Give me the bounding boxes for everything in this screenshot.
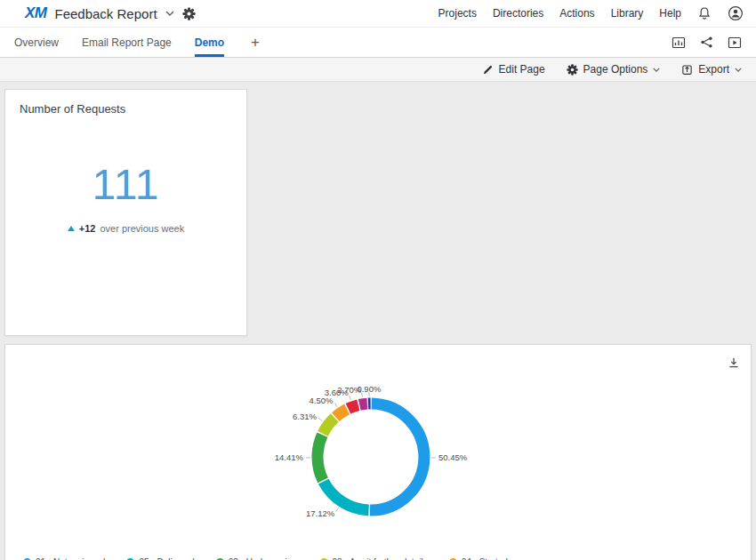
edit-page-label: Edit Page <box>499 63 545 76</box>
donut-slice[interactable] <box>324 482 369 510</box>
donut-percent-label: 14.41% <box>275 452 304 462</box>
delta-suffix: over previous week <box>100 223 184 234</box>
page-tabs: Overview Email Report Page Demo + <box>14 28 260 57</box>
donut-label-tick <box>334 403 337 406</box>
download-widget-button[interactable] <box>728 354 740 370</box>
nav-projects[interactable]: Projects <box>438 7 477 20</box>
donut-percent-label: 50.45% <box>438 452 468 462</box>
chevron-down-icon <box>735 68 742 72</box>
metrics-snapshot-icon[interactable] <box>672 36 686 50</box>
donut-label-tick <box>350 396 351 400</box>
pencil-icon <box>482 64 494 76</box>
nav-library[interactable]: Library <box>611 7 644 20</box>
number-of-requests-widget: Number of Requests 111 +12 over previous… <box>4 89 247 336</box>
donut-percent-label: 0.90% <box>357 384 381 394</box>
export-button[interactable]: Export <box>681 63 742 76</box>
donut-percent-label: 17.12% <box>306 508 335 518</box>
report-title[interactable]: Feedback Report <box>55 6 157 21</box>
donut-slice[interactable] <box>370 404 424 510</box>
global-nav: Projects Directories Actions Library Hel… <box>438 5 744 21</box>
donut-slice[interactable] <box>359 404 367 404</box>
page-toolbar: Edit Page Page Options Export <box>0 58 756 82</box>
tab-overview[interactable]: Overview <box>14 28 59 57</box>
page-options-label: Page Options <box>583 63 648 76</box>
chevron-down-icon <box>653 68 660 72</box>
donut-chart-svg: 50.45%17.12%14.41%6.31%4.50%3.60%2.70%0.… <box>147 364 609 553</box>
donut-slice[interactable] <box>323 418 334 434</box>
donut-label-tick <box>318 419 322 421</box>
account-avatar-icon[interactable] <box>728 5 744 21</box>
dashboard-body: Number of Requests 111 +12 over previous… <box>0 82 756 560</box>
topbar: XM Feedback Report Projects Directories … <box>0 0 756 28</box>
donut-slice[interactable] <box>335 409 347 417</box>
tab-email-report-page[interactable]: Email Report Page <box>82 28 172 57</box>
report-settings-gear-icon[interactable] <box>182 7 196 20</box>
notifications-bell-icon[interactable] <box>697 6 712 20</box>
present-play-icon[interactable] <box>728 36 742 50</box>
nav-help[interactable]: Help <box>659 7 681 20</box>
donut-slice[interactable] <box>348 405 358 409</box>
page-tabbar: Overview Email Report Page Demo + <box>0 28 756 58</box>
download-icon <box>728 356 740 369</box>
share-icon[interactable] <box>700 36 713 49</box>
gear-icon <box>567 64 578 76</box>
donut-slice[interactable] <box>318 435 323 480</box>
tabbar-actions <box>672 36 742 50</box>
kpi-delta: +12 over previous week <box>20 223 232 234</box>
delta-up-triangle-icon <box>68 226 75 231</box>
donut-label-tick <box>336 508 339 511</box>
delta-value: +12 <box>79 223 96 234</box>
export-label: Export <box>698 63 729 76</box>
donut-percent-label: 6.31% <box>293 412 317 421</box>
request-status-donut-widget: 50.45%17.12%14.41%6.31%4.50%3.60%2.70%0.… <box>4 344 752 560</box>
edit-page-button[interactable]: Edit Page <box>482 63 545 76</box>
xm-logo: XM <box>25 4 47 22</box>
export-icon <box>681 64 693 76</box>
widget-title: Number of Requests <box>20 102 232 116</box>
report-title-chevron-down-icon[interactable] <box>165 11 174 16</box>
kpi-value: 111 <box>20 160 232 209</box>
nav-actions[interactable]: Actions <box>559 7 594 20</box>
nav-directories[interactable]: Directories <box>493 7 543 20</box>
add-page-button[interactable]: + <box>251 35 260 50</box>
page-options-button[interactable]: Page Options <box>567 63 661 76</box>
tab-demo[interactable]: Demo <box>195 28 224 57</box>
